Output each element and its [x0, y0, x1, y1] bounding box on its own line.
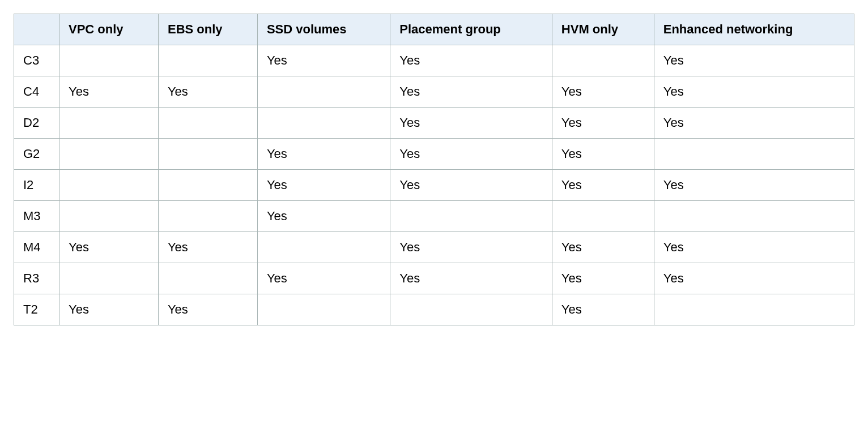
- table-row: T2 Yes Yes Yes: [14, 294, 854, 325]
- row-label: C4: [14, 76, 59, 108]
- table-cell: [158, 170, 257, 201]
- row-label: R3: [14, 263, 59, 294]
- table-cell: [59, 170, 159, 201]
- table-cell: Yes: [552, 76, 654, 108]
- table-cell: [257, 294, 390, 325]
- table-cell: Yes: [59, 232, 159, 263]
- table-cell: [390, 294, 552, 325]
- table-row: R3 Yes Yes Yes Yes: [14, 263, 854, 294]
- table-cell: Yes: [654, 170, 854, 201]
- table-cell: Yes: [552, 294, 654, 325]
- table-cell: Yes: [257, 201, 390, 232]
- table-cell: [158, 201, 257, 232]
- table-cell: Yes: [552, 139, 654, 170]
- table-cell: Yes: [390, 139, 552, 170]
- table-cell: Yes: [552, 108, 654, 139]
- table-cell: Yes: [59, 294, 159, 325]
- table-cell: [158, 139, 257, 170]
- table-cell: Yes: [257, 139, 390, 170]
- table-cell: Yes: [390, 263, 552, 294]
- table-header-corner: [14, 14, 59, 45]
- row-label: M4: [14, 232, 59, 263]
- table-row: G2 Yes Yes Yes: [14, 139, 854, 170]
- column-header: Placement group: [390, 14, 552, 45]
- table-cell: [59, 108, 159, 139]
- table-cell: [59, 45, 159, 76]
- table-cell: [257, 108, 390, 139]
- table-cell: Yes: [390, 170, 552, 201]
- table-cell: Yes: [390, 108, 552, 139]
- table-cell: [59, 263, 159, 294]
- table-cell: Yes: [257, 170, 390, 201]
- table-cell: [158, 45, 257, 76]
- table-row: C4 Yes Yes Yes Yes Yes: [14, 76, 854, 108]
- table-cell: [390, 201, 552, 232]
- table-cell: Yes: [390, 76, 552, 108]
- column-header: HVM only: [552, 14, 654, 45]
- table-cell: Yes: [552, 232, 654, 263]
- table-cell: [158, 108, 257, 139]
- column-header: Enhanced networking: [654, 14, 854, 45]
- table-cell: Yes: [257, 45, 390, 76]
- row-label: T2: [14, 294, 59, 325]
- table-cell: Yes: [158, 294, 257, 325]
- table-row: M3 Yes: [14, 201, 854, 232]
- table-cell: Yes: [158, 76, 257, 108]
- table-row: M4 Yes Yes Yes Yes Yes: [14, 232, 854, 263]
- column-header: VPC only: [59, 14, 159, 45]
- table-row: I2 Yes Yes Yes Yes: [14, 170, 854, 201]
- table-cell: [654, 201, 854, 232]
- table-cell: [59, 139, 159, 170]
- table-cell: [552, 201, 654, 232]
- table-cell: Yes: [552, 170, 654, 201]
- table-cell: Yes: [654, 45, 854, 76]
- row-label: D2: [14, 108, 59, 139]
- row-label: M3: [14, 201, 59, 232]
- column-header: EBS only: [158, 14, 257, 45]
- row-label: C3: [14, 45, 59, 76]
- table-body: C3 Yes Yes Yes C4 Yes Yes Yes Yes Yes D2…: [14, 45, 854, 325]
- instance-feature-table: VPC only EBS only SSD volumes Placement …: [14, 14, 854, 325]
- table-cell: Yes: [654, 232, 854, 263]
- table-cell: Yes: [390, 45, 552, 76]
- table-cell: [654, 294, 854, 325]
- row-label: G2: [14, 139, 59, 170]
- table-cell: Yes: [257, 263, 390, 294]
- table-cell: Yes: [158, 232, 257, 263]
- table-cell: Yes: [654, 108, 854, 139]
- table-cell: Yes: [59, 76, 159, 108]
- table-cell: Yes: [654, 263, 854, 294]
- table-cell: [552, 45, 654, 76]
- table-cell: Yes: [654, 76, 854, 108]
- row-label: I2: [14, 170, 59, 201]
- table-cell: [158, 263, 257, 294]
- table-header-row: VPC only EBS only SSD volumes Placement …: [14, 14, 854, 45]
- table-row: D2 Yes Yes Yes: [14, 108, 854, 139]
- table-cell: [257, 76, 390, 108]
- table-cell: Yes: [390, 232, 552, 263]
- column-header: SSD volumes: [257, 14, 390, 45]
- table-cell: [59, 201, 159, 232]
- table-row: C3 Yes Yes Yes: [14, 45, 854, 76]
- table-cell: Yes: [552, 263, 654, 294]
- table-cell: [257, 232, 390, 263]
- table-cell: [654, 139, 854, 170]
